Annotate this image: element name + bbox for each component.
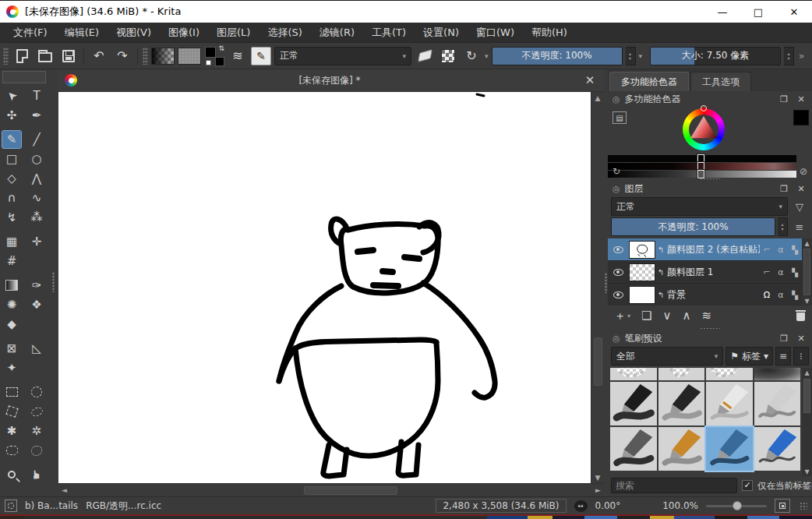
zoom-slider-handle[interactable] (733, 501, 742, 510)
polygon-select-tool[interactable] (2, 402, 22, 421)
search-current-tag-checkbox[interactable]: ✓ (742, 480, 753, 491)
docker-lock-icon[interactable]: ◎ (613, 184, 620, 194)
scroll-right-icon[interactable]: ► (592, 485, 604, 496)
minimize-button[interactable]: — (704, 1, 740, 23)
hscroll-thumb[interactable] (304, 486, 397, 495)
redo-button[interactable]: ↷ (112, 46, 132, 66)
close-docker-icon[interactable]: ✕ (795, 334, 807, 344)
inherit-alpha-icon[interactable]: α (774, 267, 788, 277)
layer-lock-icon[interactable]: ⌐ (760, 245, 774, 255)
blend-mode-dropdown[interactable]: 正常 ▾ (274, 47, 411, 65)
shape-select-tool[interactable]: ➤ (2, 86, 22, 105)
brush-detail-status[interactable]: b) Ba...tails (25, 500, 78, 511)
layer-opacity-slider[interactable]: 不透明度: 100% (611, 217, 775, 236)
layer-blend-mode-dropdown[interactable]: 正常 ▾ (611, 197, 788, 216)
float-docker-icon[interactable]: ❐ (778, 94, 790, 104)
size-spinner[interactable]: ▴▾ (784, 47, 794, 65)
gradient-chooser[interactable] (151, 48, 175, 65)
canvas-only-mode-button[interactable] (775, 499, 790, 513)
resize-grip[interactable] (800, 502, 807, 510)
contiguous-select-tool[interactable]: ✱ (2, 422, 22, 440)
scroll-down-icon[interactable]: ▼ (592, 471, 604, 483)
menu-item-10[interactable]: 帮助(H) (523, 23, 576, 43)
scroll-up-icon[interactable]: ▲ (803, 238, 812, 248)
presets-menu-button[interactable]: ≡ (775, 347, 791, 365)
menu-item-6[interactable]: 滤镜(R) (311, 23, 363, 43)
gradient-tool[interactable] (2, 276, 22, 295)
menu-item-4[interactable]: 图层(L) (208, 23, 259, 43)
scroll-thumb[interactable] (803, 379, 810, 413)
scroll-thumb[interactable] (803, 249, 810, 295)
rectangle-tool[interactable]: □ (2, 150, 22, 168)
brush-settings-button[interactable]: ≋ (228, 46, 248, 66)
toolbar-grip[interactable] (143, 48, 148, 65)
ellipse-tool[interactable]: ○ (26, 150, 47, 168)
preserve-alpha-button[interactable] (438, 46, 458, 66)
float-docker-icon[interactable]: ❐ (778, 334, 790, 344)
scroll-down-icon[interactable]: ▼ (803, 467, 812, 476)
menu-item-9[interactable]: 窗口(W) (468, 23, 523, 43)
menu-item-8[interactable]: 设置(N) (415, 23, 468, 43)
zoom-value[interactable]: 100.0% (662, 500, 698, 511)
freehand-select-tool[interactable] (26, 402, 47, 421)
close-docker-icon[interactable]: ✕ (795, 184, 807, 194)
document-close-icon[interactable]: ✕ (582, 73, 598, 87)
line-tool[interactable]: ╱ (26, 130, 47, 149)
open-document-button[interactable] (35, 46, 55, 66)
inherit-alpha-icon[interactable]: α (774, 290, 788, 300)
layer-lock-icon[interactable]: ⌐ (760, 267, 774, 277)
scroll-down-icon[interactable]: ▼ (803, 296, 812, 305)
menu-item-0[interactable]: 文件(F) (5, 23, 56, 43)
zoom-slider[interactable] (706, 505, 767, 507)
visibility-eye-icon[interactable] (609, 291, 627, 298)
pan-tool[interactable]: ☛ (26, 465, 47, 484)
scroll-up-icon[interactable]: ▲ (592, 92, 604, 104)
menu-item-1[interactable]: 编辑(E) (56, 23, 108, 43)
toolbar-grip[interactable] (3, 48, 9, 65)
move-tool[interactable]: ✛ (26, 232, 47, 251)
docker-lock-icon[interactable]: ◎ (613, 94, 620, 104)
brush-editor-button[interactable]: ✎ (251, 47, 271, 65)
colorize-mask-tool[interactable]: ✺ (2, 295, 22, 314)
opacity-spinner[interactable]: ▴▾ (626, 47, 636, 65)
layer-filter-button[interactable]: ▽ (790, 201, 809, 213)
save-button[interactable] (58, 46, 79, 66)
layer-lock-icon[interactable]: Ω (760, 290, 774, 300)
chevron-down-icon[interactable]: ▾ (639, 52, 643, 60)
brush-watercolor-blue[interactable] (706, 427, 753, 471)
menu-item-3[interactable]: 图像(I) (160, 23, 208, 43)
layer-name[interactable]: 背景 (667, 288, 760, 302)
canvas-vscrollbar[interactable]: ▲ ▼ (591, 92, 604, 483)
layer-opacity-spinner[interactable]: ▴▾ (778, 217, 788, 236)
undo-button[interactable]: ↶ (89, 46, 109, 66)
calligraphy-tool[interactable]: ✒ (26, 106, 47, 125)
duplicate-layer-button[interactable]: ❏ (641, 309, 651, 323)
reload-preset-button[interactable]: ↻ (461, 46, 482, 66)
layer-row-paint1[interactable]: ↰ 颜料图层 1 ⌐ α ▚ (608, 261, 812, 284)
image-dimensions[interactable]: 2,480 x 3,508 (34.6 MiB) (436, 499, 566, 513)
bezier-curve-tool[interactable]: ∩ (2, 189, 22, 207)
visibility-eye-icon[interactable] (609, 246, 627, 253)
float-docker-icon[interactable]: ❐ (778, 184, 790, 194)
fg-bg-color-chooser[interactable]: ⇅ (204, 46, 224, 66)
reference-images-tool[interactable]: ✦ (2, 358, 22, 377)
brush-fineliner-white[interactable] (706, 382, 753, 425)
selector-settings-icon[interactable]: ▤ (613, 111, 627, 124)
zoom-tool[interactable] (2, 465, 22, 484)
maximize-button[interactable]: □ (740, 1, 776, 23)
measure-tool[interactable]: ◺ (26, 339, 47, 358)
layer-options-menu[interactable]: ≡ (790, 221, 809, 233)
selection-mode-icon[interactable] (5, 500, 17, 512)
scroll-up-icon[interactable]: ▲ (803, 368, 812, 377)
text-tool[interactable]: T (26, 86, 47, 105)
new-document-button[interactable] (12, 46, 32, 66)
docker-lock-icon[interactable]: ◎ (613, 334, 620, 344)
rotation-value[interactable]: 0.00° (595, 500, 621, 511)
refresh-colors-icon[interactable]: ↻ (613, 166, 620, 177)
tab-tool-options[interactable]: 工具选项 (690, 72, 751, 91)
document-tab-title[interactable]: [未保存图像] * (77, 74, 582, 87)
brush-paint-round[interactable] (658, 427, 705, 471)
menu-item-2[interactable]: 视图(V) (108, 23, 160, 43)
brush-pencil-blue[interactable] (754, 427, 801, 471)
alpha-lock-icon[interactable]: ▚ (788, 291, 802, 299)
